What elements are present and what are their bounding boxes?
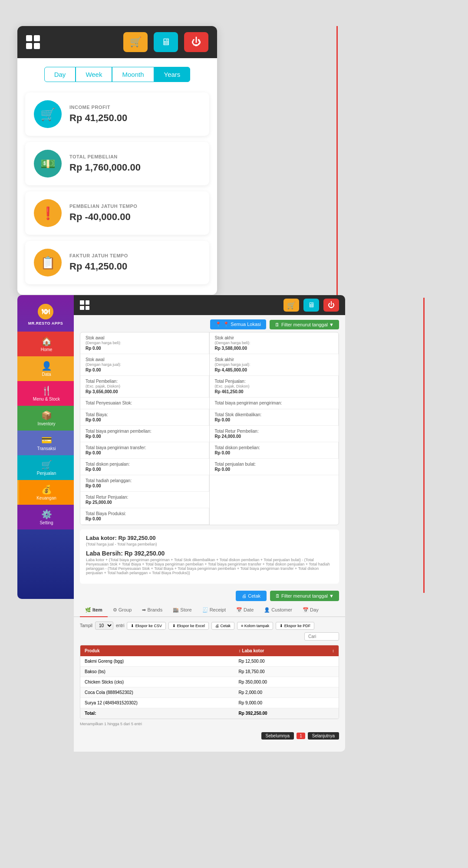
sidebar-item-keuangan[interactable]: 💰 Keuangan — [17, 480, 74, 505]
sidebar: 🍽 MR.RESTO APPS 🏠 Home 👤 Data 🍴 Menu & S… — [17, 295, 74, 599]
penjualan-bulat-cell: Total penjualan bulat: Rp 0.00 — [210, 459, 339, 475]
tab-years[interactable]: Years — [154, 67, 191, 82]
total-penjualan-cell: Total Penjualan: (Exc. pajak, Diskon) Rp… — [210, 376, 339, 398]
profit-section: Laba kotor: Rp 392,250.00 (Total harga j… — [80, 529, 339, 584]
data-icon: 👤 — [22, 361, 71, 371]
kolom-tampak-button[interactable]: ≡ Kolom tampak — [237, 622, 273, 630]
export-csv-button[interactable]: ⬇ Ekspor ke CSV — [127, 622, 166, 630]
table-row: Bakmi Goreng (bgg) Rp 12,500.00 — [80, 656, 339, 667]
total-label: Total: — [80, 708, 234, 719]
tab-group[interactable]: ⚙ Group — [108, 604, 137, 617]
tab-week[interactable]: Week — [76, 67, 112, 82]
faktur-jatuh-tempo-card: 📋 FAKTUR JATUH TEMPO Rp 41,250.00 — [25, 241, 209, 284]
laba-value: Rp 2,000.00 — [234, 687, 328, 698]
sidebar-brand: 🍽 MR.RESTO APPS — [17, 299, 74, 332]
sidebar-item-data[interactable]: 👤 Data — [17, 356, 74, 381]
tab-brands[interactable]: ➡ Brands — [137, 604, 168, 617]
pagination: Sebelumnya 1 Selanjutnya — [74, 729, 345, 743]
income-profit-card: 🛒 INCOME PROFIT Rp 41,250.00 — [25, 92, 209, 136]
topbar-power-btn[interactable]: ⏻ — [323, 299, 339, 312]
topbar-cart-btn[interactable]: 🛒 — [283, 299, 299, 312]
pembelian-jatuh-tempo-value: Rp -40,000.00 — [69, 211, 201, 223]
pembelian-jatuh-tempo-card: ❗ PEMBELIAN JATUH TEMPO Rp -40,000.00 — [25, 191, 209, 235]
tab-store[interactable]: 🏬 Store — [168, 604, 197, 617]
export-pdf-button[interactable]: ⬇ Ekspor ke PDF — [276, 622, 314, 630]
top-card-header: 🛒 🖥 ⏻ — [17, 26, 217, 58]
tab-item[interactable]: 🌿 Item — [80, 604, 108, 617]
page-info: Menampilkan 1 hingga 5 dari 5 entri — [80, 722, 339, 726]
tab-receipt[interactable]: 🧾 Receipt — [197, 604, 231, 617]
sidebar-item-transaksi[interactable]: 💳 Transaksi — [17, 431, 74, 455]
total-value: Rp 392,250.00 — [234, 708, 328, 719]
red-border-accent-bottom — [423, 298, 425, 593]
monitor-button[interactable]: 🖥 — [154, 32, 178, 52]
power-button[interactable]: ⏻ — [184, 32, 208, 52]
total-pembelian-value: Rp 1,760,000.00 — [69, 162, 201, 173]
laba-value: Rp 350,000.00 — [234, 677, 328, 687]
laba-kotor-formula: (Total harga jual - Total harga pembelia… — [86, 542, 333, 546]
export-excel-button[interactable]: ⬇ Ekspor ke Excel — [168, 622, 209, 630]
biaya-pengiriman-pengiriman-cell: Total biaya pengiriman pengiriman: — [210, 398, 339, 409]
sidebar-item-home[interactable]: 🏠 Home — [17, 332, 74, 356]
sidebar-item-setting[interactable]: ⚙️ Setting — [17, 505, 74, 529]
table-row: Bakso (bs) Rp 18,750.00 — [80, 667, 339, 677]
location-icon: 📍 — [215, 322, 221, 327]
col-laba-kotor: ↕ Laba kotor — [234, 645, 328, 656]
data-table: Produk ↕ Laba kotor ↕ Bakmi Goreng (bgg)… — [80, 645, 339, 719]
filter-date-button[interactable]: 🗓 Filter menurut tanggal ▼ — [270, 320, 339, 329]
stok-akhir-jual-cell: Stok akhir (Dengan harga jual): Rp 4,485… — [210, 354, 339, 376]
search-input[interactable] — [304, 632, 339, 641]
tabs-row: 🌿 Item ⚙ Group ➡ Brands 🏬 Store 🧾 Receip… — [74, 604, 345, 617]
total-penyesuaian-cell: Total Penyesuaian Stok: — [80, 398, 209, 409]
diskon-penjualan-cell: Total diskon penjualan: Rp 0.00 — [80, 459, 209, 475]
cetak-button[interactable]: 🖨 Cetak — [211, 622, 234, 630]
laba-value: Rp 9,000.00 — [234, 698, 328, 708]
brand-icon: 🍽 — [38, 304, 53, 319]
tab-day[interactable]: Day — [44, 67, 76, 82]
sidebar-item-penjualan[interactable]: 🛒 Penjualan — [17, 455, 74, 480]
menu-stock-icon: 🍴 — [22, 385, 71, 396]
cart-button[interactable]: 🛒 — [123, 32, 148, 52]
hadiah-pelanggan-cell: Total hadiah pelanggan: Rp 0.00 — [80, 475, 209, 492]
filter-date-button2[interactable]: 🗓 Filter menurut tanggal ▼ — [270, 591, 339, 601]
stats-right-col: Stok akhir (Dengan harga beli): Rp 3,588… — [210, 332, 339, 525]
penjualan-icon: 🛒 — [22, 460, 71, 470]
topbar-monitor-btn[interactable]: 🖥 — [303, 299, 319, 312]
keuangan-icon: 💰 — [22, 484, 71, 495]
biaya-produksi-cell: Total Biaya Produksi: Rp 0.00 — [80, 508, 209, 525]
income-profit-label: INCOME PROFIT — [69, 105, 201, 110]
tab-date[interactable]: 📅 Date — [231, 604, 259, 617]
laba-bersih-formula: Laba kotor + (Total biaya pengiriman pen… — [86, 558, 333, 575]
product-name: Bakso (bs) — [80, 667, 234, 677]
filter-bar: 📍 📍 Semua Lokasi 🗓 Filter menurut tangga… — [74, 315, 345, 332]
prev-page-button[interactable]: Sebelumnya — [261, 732, 294, 740]
product-name: Surya 12 (4849491520302) — [80, 698, 234, 708]
tab-day[interactable]: 📅 Day — [297, 604, 324, 617]
sidebar-keuangan-label: Keuangan — [22, 496, 71, 500]
faktur-jatuh-tempo-label: FAKTUR JATUH TEMPO — [69, 253, 201, 258]
tab-month[interactable]: Moonth — [112, 67, 154, 82]
page-number[interactable]: 1 — [297, 733, 305, 739]
diskon-pembelian-cell: Total diskon pembelian: Rp 0.00 — [210, 442, 339, 459]
retur-pembelian-cell: Total Retur Pembelian: Rp 24,000.00 — [210, 426, 339, 442]
laba-bersih-title: Laba Bersih: Rp 392,250.00 — [86, 550, 333, 557]
table-row: Chicken Sticks (cks) Rp 350,000.00 — [80, 677, 339, 687]
sidebar-transaksi-label: Transaksi — [22, 446, 71, 451]
sidebar-data-label: Data — [22, 372, 71, 377]
tab-customer[interactable]: 👤 Customer — [259, 604, 297, 617]
sidebar-menu-label: Menu & Stock — [22, 397, 71, 401]
col-sort[interactable]: ↕ — [328, 645, 339, 656]
laba-value: Rp 12,500.00 — [234, 656, 328, 667]
sidebar-item-inventory[interactable]: 📦 Inventory — [17, 406, 74, 431]
sidebar-item-menu-stock[interactable]: 🍴 Menu & Stock — [17, 381, 74, 406]
col-produk: Produk — [80, 645, 234, 656]
retur-penjualan-cell: Total Retur Penjualan: Rp 25,000.00 — [80, 492, 209, 508]
filter-tabs: Day Week Moonth Years — [17, 58, 217, 86]
stok-awal-beli-cell: Stok awal (Dengan harga beli): Rp 0.00 — [80, 332, 209, 354]
tampil-select[interactable]: 102550 — [95, 621, 113, 630]
location-button[interactable]: 📍 📍 Semua Lokasi — [210, 319, 266, 329]
stats-left-col: Stok awal (Dengan harga beli): Rp 0.00 S… — [80, 332, 210, 525]
print-button[interactable]: 🖨 Cetak — [236, 591, 267, 601]
pembelian-jatuh-tempo-label: PEMBELIAN JATUH TEMPO — [69, 204, 201, 209]
next-page-button[interactable]: Selanjutnya — [308, 732, 339, 740]
